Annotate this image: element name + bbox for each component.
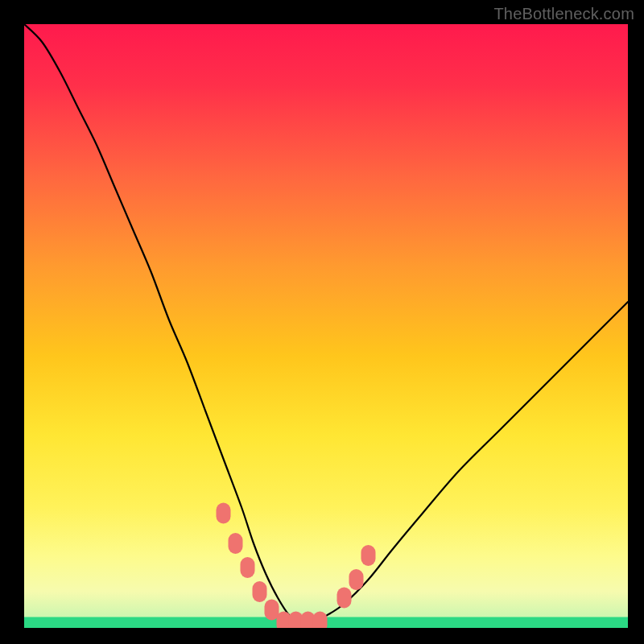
highlight-marker — [253, 581, 267, 602]
highlight-marker — [229, 533, 243, 554]
highlight-marker — [349, 569, 364, 590]
watermark-text: TheBottleneck.com — [493, 5, 634, 23]
highlight-marker — [241, 557, 255, 578]
highlight-marker — [337, 588, 352, 609]
highlight-marker — [313, 612, 328, 633]
highlight-marker — [217, 503, 231, 524]
plot-background — [24, 24, 628, 628]
chart-stage: TheBottleneck.com — [0, 0, 644, 644]
highlight-marker — [361, 545, 376, 566]
bottleneck-chart — [0, 0, 644, 644]
